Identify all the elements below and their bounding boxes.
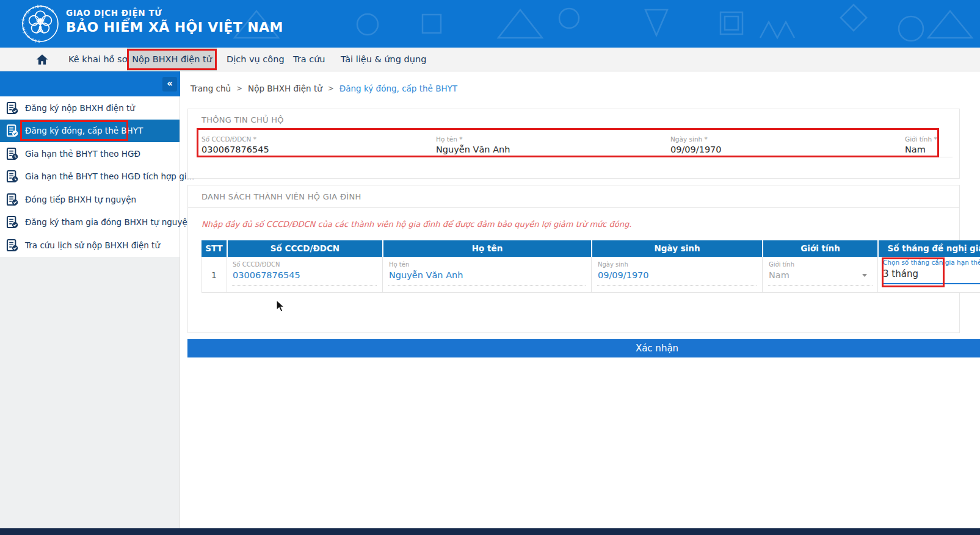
column-divider	[762, 257, 763, 293]
doc-check-icon	[5, 193, 19, 206]
owner-gender-field[interactable]: Giới tính * Nam	[905, 135, 953, 157]
cccd-input-underline	[232, 285, 377, 285]
col-header-dob: Ngày sinh	[592, 240, 762, 257]
column-divider	[591, 257, 592, 293]
sidebar-item-label: Đăng ký đóng, cấp thẻ BHYT	[25, 126, 143, 135]
members-note: Nhập đầy đủ số CCCD/ĐDCN của các thành v…	[201, 220, 631, 229]
column-divider	[227, 257, 227, 293]
dong-son-pattern	[208, 0, 980, 48]
sidebar-item-label: Gia hạn thẻ BHYT theo HGĐ	[25, 149, 140, 159]
doc-check-icon	[5, 124, 19, 137]
row-months-value: 3 tháng	[883, 268, 980, 279]
name-input-underline	[388, 285, 586, 285]
row-dob-label: Ngày sinh	[598, 261, 649, 268]
sidebar-item-label: Gia hạn thẻ BHYT theo HGĐ tích hợp gi...	[25, 171, 194, 181]
doc-clock-icon	[5, 170, 19, 183]
sidebar-header-strip	[0, 71, 180, 96]
header-title: BẢO HIỂM XÃ HỘI VIỆT NAM	[66, 20, 283, 35]
breadcrumb: Trang chủ > Nộp BHXH điện tử > Đăng ký đ…	[191, 83, 457, 94]
col-header-gender: Giới tính	[763, 240, 877, 257]
row-name-label: Họ tên	[389, 261, 463, 268]
owner-name-label: Họ tên *	[436, 135, 661, 143]
doc-check-icon	[5, 239, 19, 252]
collapse-chevrons-icon: «	[167, 78, 173, 89]
doc-clock-icon	[5, 147, 19, 160]
breadcrumb-nop-bhxh[interactable]: Nộp BHXH điện tử	[248, 84, 322, 93]
members-title-divider	[188, 207, 959, 208]
owner-gender-value: Nam	[905, 145, 953, 154]
row-name-input[interactable]: Họ tên Nguyễn Văn Anh	[389, 261, 463, 280]
col-header-name: Họ tên	[383, 240, 591, 257]
doc-check-icon	[5, 215, 19, 229]
nav-item-dich-vu-cong[interactable]: Dịch vụ công	[227, 48, 285, 71]
sidebar-item-dang-ky-nop-bhxh[interactable]: Đăng ký nộp BHXH điện tử	[0, 96, 180, 120]
sidebar-item-label: Đăng ký tham gia đóng BHXH tự nguyện	[25, 217, 192, 227]
sidebar-menu: Đăng ký nộp BHXH điện tử Đăng ký đóng, c…	[0, 96, 180, 257]
bhxh-logo: BẢO HIỂM XÃ HỘI VIỆT NAM	[21, 4, 60, 43]
sidebar-item-label: Tra cứu lịch sử nộp BHXH điện tử	[25, 240, 160, 250]
owner-cccd-field[interactable]: Số CCCD/ĐDCN * 030067876545	[201, 135, 426, 157]
dob-input-underline	[597, 285, 757, 285]
owner-name-value: Nguyễn Văn Anh	[436, 145, 661, 154]
months-focus-underline	[883, 283, 980, 284]
row-cccd-value: 030067876545	[233, 270, 300, 280]
sidebar-collapse-button[interactable]: «	[162, 77, 177, 92]
sidebar-item-dang-ky-tham-gia-dong-bhxh[interactable]: Đăng ký tham gia đóng BHXH tự nguyện	[0, 211, 180, 234]
column-divider	[382, 257, 383, 293]
col-header-cccd: Số CCCD/ĐDCN	[228, 240, 382, 257]
breadcrumb-separator: >	[236, 84, 242, 93]
row-gender-value: Nam	[769, 270, 794, 280]
breadcrumb-current-page: Đăng ký đóng, cấp thẻ BHYT	[339, 84, 457, 93]
owner-section-title: THÔNG TIN CHỦ HỘ	[201, 115, 284, 124]
owner-gender-label: Giới tính *	[905, 135, 953, 143]
col-header-months: Số tháng đề nghị gia	[879, 240, 980, 257]
nav-item-nop-bhxh-dien-tu[interactable]: Nộp BHXH điện tử	[127, 48, 217, 71]
row-gender-label: Giới tính	[769, 261, 794, 268]
owner-name-field[interactable]: Họ tên * Nguyễn Văn Anh	[436, 135, 661, 157]
row-dob-value: 09/09/1970	[598, 270, 649, 280]
confirm-button[interactable]: Xác nhận	[187, 339, 980, 357]
col-header-stt: STT	[201, 240, 227, 257]
row-cccd-input[interactable]: Số CCCD/ĐDCN 030067876545	[233, 261, 300, 280]
nav-item-tra-cuu[interactable]: Tra cứu	[293, 48, 325, 71]
sidebar-item-gia-han-the-bhyt-hgd-tich-hop[interactable]: Gia hạn thẻ BHYT theo HGĐ tích hợp gi...	[0, 165, 180, 189]
mouse-cursor	[276, 300, 285, 313]
app-window: BẢO HIỂM XÃ HỘI VIỆT NAM GIAO DỊCH ĐIỆN …	[0, 0, 980, 535]
sidebar-item-label: Đóng tiếp BHXH tự nguyện	[25, 195, 136, 204]
sidebar-item-label: Đăng ký nộp BHXH điện tử	[25, 103, 135, 113]
sidebar-item-tra-cuu-lich-su[interactable]: Tra cứu lịch sử nộp BHXH điện tử	[0, 234, 180, 257]
nav-item-ke-khai-ho-so[interactable]: Kê khai hồ sơ	[68, 48, 128, 71]
sidebar-item-gia-han-the-bhyt-hgd[interactable]: Gia hạn thẻ BHYT theo HGĐ	[0, 142, 180, 165]
header-subtitle: GIAO DỊCH ĐIỆN TỬ	[66, 8, 162, 18]
owner-cccd-label: Số CCCD/ĐDCN *	[201, 135, 426, 143]
owner-dob-label: Ngày sinh *	[670, 135, 895, 143]
footer-bar	[0, 528, 980, 535]
owner-dob-field[interactable]: Ngày sinh * 09/09/1970	[670, 135, 895, 157]
home-icon[interactable]	[35, 53, 49, 66]
row-gender-select[interactable]: Giới tính Nam	[769, 261, 794, 280]
row-cccd-label: Số CCCD/ĐDCN	[233, 261, 300, 268]
sidebar-item-dong-tiep-bhxh-tu-nguyen[interactable]: Đóng tiếp BHXH tự nguyện	[0, 188, 180, 211]
row-name-value: Nguyễn Văn Anh	[389, 270, 463, 280]
row-dob-input[interactable]: Ngày sinh 09/09/1970	[598, 261, 649, 280]
gender-input-underline	[768, 285, 873, 285]
row-months-select[interactable]: Chọn số tháng cần gia hạn thẻ BHYT 3 thá…	[883, 259, 980, 279]
members-section-title: DANH SÁCH THÀNH VIÊN HỘ GIA ĐÌNH	[201, 192, 361, 201]
nav-item-tai-lieu-ung-dung[interactable]: Tài liệu & ứng dụng	[341, 48, 426, 71]
breadcrumb-home[interactable]: Trang chủ	[191, 84, 231, 93]
breadcrumb-separator: >	[328, 84, 334, 93]
row-stt-value: 1	[201, 270, 227, 280]
sidebar-item-dang-ky-dong-cap-the-bhyt[interactable]: Đăng ký đóng, cấp thẻ BHYT	[0, 120, 180, 143]
chevron-down-icon[interactable]	[862, 274, 867, 277]
column-divider	[877, 257, 878, 293]
doc-check-icon	[5, 101, 19, 115]
owner-dob-value: 09/09/1970	[670, 145, 895, 154]
header-banner: BẢO HIỂM XÃ HỘI VIỆT NAM GIAO DỊCH ĐIỆN …	[0, 0, 980, 48]
owner-cccd-value: 030067876545	[201, 145, 426, 154]
row-months-label: Chọn số tháng cần gia hạn thẻ BHYT	[883, 259, 980, 266]
